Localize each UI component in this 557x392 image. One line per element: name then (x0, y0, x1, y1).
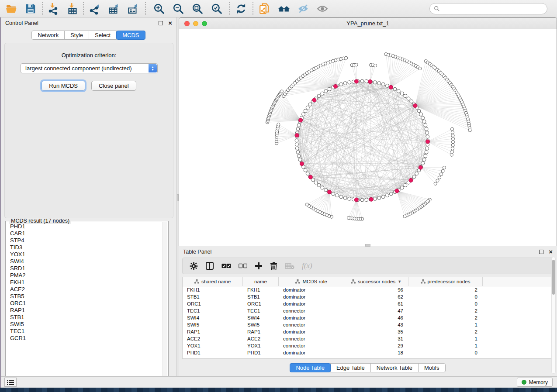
column-header-shared-name[interactable]: shared name (183, 277, 243, 286)
tab-network[interactable]: Network (31, 31, 65, 40)
refresh-view-icon[interactable] (235, 3, 248, 15)
cell: ACE2 (183, 335, 243, 342)
mcds-result-item[interactable]: STB1 (7, 314, 162, 321)
column-header-predecessor-nodes[interactable]: predecessor nodes (408, 277, 483, 286)
task-history-button[interactable] (4, 378, 17, 387)
column-header-MCDS-role[interactable]: MCDS role (279, 277, 344, 286)
zoom-out-icon[interactable] (172, 3, 185, 15)
export-network-icon[interactable] (88, 3, 101, 15)
mcds-result-item[interactable]: TID3 (7, 244, 162, 251)
close-panel-button[interactable]: Close panel (91, 81, 136, 91)
cell: 62 (344, 293, 408, 300)
export-table-icon[interactable] (107, 3, 121, 15)
table-row[interactable]: FKH1FKH1dominator962 (183, 286, 553, 293)
table-row[interactable]: RAP1RAP1dominator352 (183, 328, 553, 335)
network-canvas[interactable] (179, 29, 557, 246)
double-home-icon[interactable] (278, 3, 291, 15)
zoom-in-icon[interactable] (153, 3, 166, 15)
horizontal-splitter-handle[interactable] (365, 244, 370, 247)
mcds-result-item[interactable]: GCR1 (7, 335, 162, 342)
mcds-result-item[interactable]: PHD1 (7, 223, 162, 230)
hide-selected-icon[interactable] (297, 3, 310, 15)
column-header-successor-nodes[interactable]: successor nodes▼ (344, 277, 408, 286)
open-session-icon[interactable] (5, 3, 18, 15)
table-scrollbar[interactable] (551, 257, 556, 374)
control-panel: Control Panel × NetworkStyleSelectMCDS O… (1, 17, 177, 376)
column-label: name (254, 279, 267, 284)
close-table-panel-icon[interactable]: × (549, 250, 553, 254)
mcds-result-item[interactable]: SWI4 (7, 258, 162, 265)
memory-button[interactable]: Memory (517, 378, 553, 387)
zoom-selected-icon[interactable] (211, 3, 224, 15)
column-header-name[interactable]: name (243, 277, 279, 286)
search-box[interactable] (429, 3, 547, 14)
tab-node-table[interactable]: Node Table (290, 363, 331, 372)
table-row[interactable]: TEC1TEC1connector472 (183, 307, 553, 314)
cell: ORC1 (243, 300, 279, 307)
tab-network-table[interactable]: Network Table (370, 363, 419, 372)
delete-column-icon[interactable] (270, 262, 277, 270)
run-mcds-button[interactable]: Run MCDS (42, 81, 85, 91)
save-session-icon[interactable] (24, 3, 38, 15)
table-row[interactable]: SWI5SWI5connector431 (183, 321, 553, 328)
mcds-result-item[interactable]: SWI5 (7, 321, 162, 328)
mcds-result-item[interactable]: PMA2 (7, 272, 162, 279)
cell: 1 (408, 335, 483, 342)
mcds-result-item[interactable]: STP4 (7, 237, 162, 244)
cell: 1 (408, 321, 483, 328)
mcds-result-item[interactable]: SRD1 (7, 265, 162, 272)
main-toolbar (0, 0, 557, 17)
mcds-result-item[interactable]: YOX1 (7, 251, 162, 258)
table-row[interactable]: PHD1PHD1dominator180 (183, 349, 553, 356)
show-all-icon[interactable] (316, 3, 329, 15)
window-maximize-icon[interactable] (202, 21, 207, 26)
clone-network-icon[interactable] (259, 3, 272, 15)
tab-mcds[interactable]: MCDS (116, 31, 145, 40)
tab-select[interactable]: Select (89, 31, 117, 40)
cell: ORC1 (183, 300, 243, 307)
import-network-icon[interactable] (47, 3, 60, 15)
memory-label: Memory (529, 379, 548, 385)
float-table-panel-icon[interactable] (539, 250, 543, 254)
table-row[interactable]: SWI4SWI4dominator462 (183, 314, 553, 321)
window-close-icon[interactable] (184, 21, 190, 26)
tab-edge-table[interactable]: Edge Table (330, 363, 371, 372)
mcds-result-item[interactable]: CAR1 (7, 230, 162, 237)
mcds-result-item[interactable]: FKH1 (7, 279, 162, 286)
cell: dominator (279, 286, 344, 293)
network-titlebar[interactable]: YPA_prune.txt_1 (179, 18, 557, 29)
zoom-fit-icon[interactable] (191, 3, 204, 15)
cell: 18 (344, 349, 408, 356)
mcds-result-item[interactable]: ACE2 (7, 286, 162, 293)
network-graph (179, 29, 557, 246)
cell: 0 (408, 300, 483, 307)
add-column-icon[interactable] (255, 262, 263, 270)
column-chooser-icon[interactable] (205, 261, 214, 270)
search-input[interactable] (440, 4, 547, 13)
mcds-result-item[interactable]: RAP1 (7, 307, 162, 314)
mcds-result-item[interactable]: STB5 (7, 293, 162, 300)
criterion-dropdown[interactable]: largest connected component (undirected)… (21, 63, 158, 73)
mcds-result-item[interactable]: ORC1 (7, 300, 162, 307)
table-scrollbar-thumb[interactable] (552, 260, 555, 295)
namespace-icon (351, 279, 356, 284)
import-table-icon[interactable] (66, 3, 80, 15)
close-panel-icon[interactable]: × (168, 21, 172, 25)
tab-style[interactable]: Style (64, 31, 89, 40)
cell: connector (279, 321, 344, 328)
deselect-all-icon[interactable] (239, 263, 247, 268)
cell: RAP1 (243, 328, 279, 335)
mcds-list-scrollbar[interactable] (163, 222, 167, 382)
table-row[interactable]: YOX1YOX1connector291 (183, 342, 553, 349)
tab-motifs[interactable]: Motifs (418, 363, 446, 372)
mcds-result-item[interactable]: TEC1 (7, 328, 162, 335)
export-image-icon[interactable] (127, 3, 140, 15)
window-minimize-icon[interactable] (193, 21, 198, 26)
float-panel-icon[interactable] (159, 21, 163, 25)
select-all-icon[interactable] (221, 263, 231, 269)
table-row[interactable]: STB1STB1dominator620 (183, 293, 553, 300)
namespace-icon (295, 279, 300, 284)
table-row[interactable]: ACE2ACE2connector311 (183, 335, 553, 342)
table-row[interactable]: ORC1ORC1dominator610 (183, 300, 553, 307)
table-settings-gear-icon[interactable] (190, 262, 198, 270)
